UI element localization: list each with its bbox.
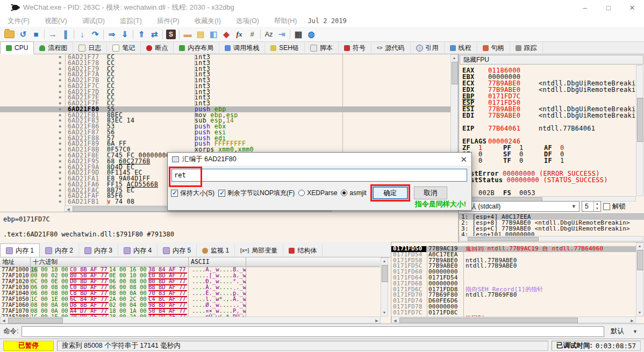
spin-up-icon[interactable]: ▲: [594, 202, 600, 206]
labels-icon[interactable]: ◧: [207, 28, 220, 40]
maximize-button[interactable]: □: [597, 1, 620, 15]
ok-button[interactable]: 确定: [373, 186, 408, 199]
tab-memory[interactable]: 内存 3: [79, 244, 118, 257]
disasm-row[interactable]: ●6AD21F8055push ebp: [0, 106, 450, 112]
run-to-user-code-icon[interactable]: ⇒: [105, 28, 118, 40]
tab-memory[interactable]: 内存 4: [118, 244, 158, 257]
register-row[interactable]: LastStatus 00000000 (STATUS_SUCCESS): [462, 177, 635, 183]
scroll-right-icon[interactable]: ▶: [374, 318, 380, 324]
register-row[interactable]: CF0TF0IF1: [462, 157, 635, 164]
disasm-row[interactable]: ●6AD21F7DCCint3: [0, 89, 450, 95]
stack-row[interactable]: 0171FD7C0171FD8C: [391, 310, 636, 316]
unlock-checkbox[interactable]: 解锁: [603, 202, 626, 211]
run-until-return-icon[interactable]: ⇑: [135, 28, 148, 40]
memory-header-hex[interactable]: 十六进制: [31, 257, 189, 267]
menu-item-7[interactable]: 选项(O): [228, 17, 267, 26]
tab-source[interactable]: <>源代码: [371, 42, 411, 54]
disasm-row[interactable]: ●6AD21F78CCint3: [0, 60, 450, 66]
assembly-instruction-input[interactable]: [171, 169, 467, 182]
tab-locals[interactable]: [x=]局部变量: [235, 244, 283, 257]
stop-icon[interactable]: ■: [30, 28, 42, 40]
disasm-row[interactable]: ●6AD21F7ACCint3: [0, 71, 450, 77]
tab-cpu[interactable]: CPU: [0, 41, 34, 54]
scroll-left-icon[interactable]: ◀: [392, 318, 398, 324]
menu-item-1[interactable]: 文件(F): [0, 17, 37, 26]
scroll-down-icon[interactable]: ▼: [381, 310, 388, 315]
args-count-stepper[interactable]: 5 ▲▼: [582, 201, 601, 212]
scrollbar-thumb[interactable]: [637, 250, 643, 270]
tab-graph[interactable]: 流程图: [34, 42, 73, 54]
tab-memory[interactable]: 内存 1: [0, 243, 40, 257]
tab-call-stack[interactable]: 调用堆栈: [219, 42, 265, 54]
tab-symbols[interactable]: 符号: [339, 42, 371, 54]
tab-memory-map[interactable]: 内存布局: [174, 42, 219, 54]
disasm-row[interactable]: ●6AD21F896A FFpush FFFFFFFF: [0, 141, 450, 147]
tab-references[interactable]: 引用: [411, 42, 445, 54]
comments-icon[interactable]: ▤: [194, 28, 207, 40]
disasm-row[interactable]: ●6AD21F7BCCint3: [0, 77, 450, 83]
scrollbar-thumb[interactable]: [468, 237, 539, 241]
preferences-icon[interactable]: S: [166, 30, 176, 39]
scrollbar-thumb[interactable]: [452, 62, 458, 84]
disasm-row[interactable]: ●6AD21F77CCint3: [0, 54, 450, 60]
strings-icon[interactable]: Az: [262, 28, 275, 40]
tab-script[interactable]: 脚本: [305, 42, 339, 54]
menu-item-4[interactable]: 追踪(T): [112, 17, 149, 26]
calculator-icon[interactable]: ▦: [292, 28, 305, 40]
menu-item-2[interactable]: 视图(V): [37, 17, 75, 26]
disasm-row[interactable]: ●6AD21F79CCint3: [0, 66, 450, 72]
xedparse-radio[interactable]: XEDParse: [298, 189, 337, 197]
command-input[interactable]: [22, 326, 604, 337]
cancel-button[interactable]: 取消: [414, 186, 447, 199]
restart-icon[interactable]: ↺: [17, 28, 30, 40]
scroll-right-icon[interactable]: ▶: [629, 318, 635, 324]
disasm-row[interactable]: ●6AD21F8383EC 14sub esp,14: [0, 118, 450, 124]
memory-hscrollbar[interactable]: ◀ ▶: [0, 317, 381, 324]
disasm-row[interactable]: ●6AD21F7FCCint3: [0, 100, 450, 106]
tab-memory[interactable]: 内存 5: [158, 244, 197, 257]
stack-vscrollbar[interactable]: ▲ ▼: [636, 242, 643, 317]
menu-item-8[interactable]: 帮助(H): [267, 17, 304, 26]
tab-threads[interactable]: 线程: [445, 42, 477, 54]
menu-item-5[interactable]: 插件(P): [149, 17, 187, 26]
args-hscrollbar[interactable]: [460, 236, 643, 241]
disasm-row[interactable]: ●6AD21F818BECmov ebp,esp: [0, 112, 450, 118]
scroll-up-icon[interactable]: ▲: [636, 243, 643, 249]
disasm-row[interactable]: ●6AD21F8653push ebx: [0, 124, 450, 130]
registers-vscrollbar[interactable]: [636, 65, 643, 196]
switch-thread-icon[interactable]: ⇄: [148, 28, 161, 40]
memory-vscrollbar[interactable]: ▲ ▼: [381, 257, 388, 317]
hide-fpu-button[interactable]: 隐藏FPU: [460, 55, 643, 64]
tab-seh-chain[interactable]: SEH链: [265, 42, 305, 54]
stack-hscrollbar[interactable]: ◀ ▶: [391, 317, 636, 323]
menu-item-6[interactable]: 收藏夹(I): [187, 17, 228, 26]
tab-handles[interactable]: 句柄: [477, 42, 510, 54]
tab-struct[interactable]: 结构体: [283, 244, 323, 257]
disasm-row[interactable]: ●6AD21F7ECCint3: [0, 95, 450, 100]
attach-icon[interactable]: ⇥: [275, 28, 288, 40]
step-into-icon[interactable]: ↓: [76, 28, 89, 40]
close-button[interactable]: ✕: [620, 1, 644, 15]
tab-memory[interactable]: 内存 2: [40, 244, 79, 257]
register-row[interactable]: EDI77B9ABE0<ntdll.DbgUiRemoteBreakin>: [462, 112, 635, 119]
tab-log[interactable]: 日志: [73, 42, 107, 54]
patch-icon[interactable]: ▬: [181, 28, 194, 40]
tab-notes[interactable]: 笔记: [107, 42, 141, 54]
fill-nop-checkbox[interactable]: 剩余字节以NOP填充(F): [218, 189, 295, 198]
disasm-row[interactable]: ●6AD21F8756push esi: [0, 130, 450, 135]
scrollbar-thumb[interactable]: [8, 318, 63, 324]
keep-size-checkbox[interactable]: 保持大小(S): [171, 189, 214, 198]
tab-trace[interactable]: 跟踪: [510, 42, 543, 54]
tab-watch[interactable]: 监视 1: [197, 244, 235, 257]
minimize-button[interactable]: –: [573, 1, 597, 15]
memory-header-address[interactable]: 地址: [0, 257, 31, 267]
scrollbar-thumb[interactable]: [382, 265, 388, 282]
bookmarks-icon[interactable]: ◆: [220, 28, 233, 40]
scroll-down-icon[interactable]: ▼: [636, 310, 643, 315]
register-row[interactable]: GS002BFS0053: [462, 190, 635, 196]
open-file-icon[interactable]: [4, 31, 15, 38]
command-profile-select[interactable]: 默认 ▼: [606, 326, 642, 337]
spin-down-icon[interactable]: ▼: [594, 206, 600, 211]
calling-convention-select[interactable]: 默认 (stdcall) ▼: [460, 201, 579, 212]
memory-header-ascii[interactable]: ASCII: [189, 257, 246, 267]
